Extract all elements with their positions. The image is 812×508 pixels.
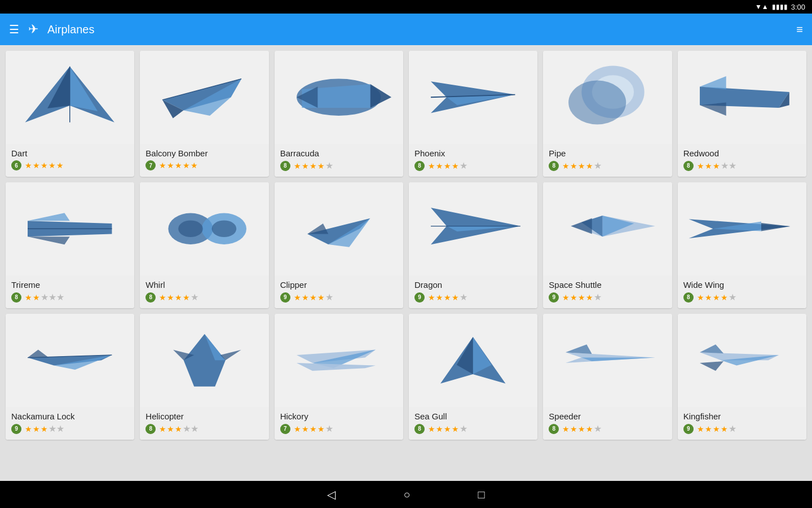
- airplane-grid: Dart 6 ★★★★★ Balcony Bomber 7 ★★★★★: [6, 51, 806, 440]
- card-info: Trireme 8 ★★★★★: [6, 275, 134, 308]
- airplane-card[interactable]: Whirl 8 ★★★★★: [140, 182, 268, 308]
- card-info: Clipper 9 ★★★★★: [275, 275, 403, 308]
- recent-button[interactable]: □: [478, 488, 485, 501]
- grid-container: Dart 6 ★★★★★ Balcony Bomber 7 ★★★★★: [0, 45, 812, 481]
- plane-image: [6, 182, 134, 275]
- card-meta: 8 ★★★★★: [683, 160, 801, 171]
- svg-marker-39: [571, 218, 592, 234]
- airplane-card[interactable]: Speeder 8 ★★★★★: [543, 314, 672, 440]
- star-rating: ★★★★★: [159, 160, 198, 170]
- step-count: 8: [414, 424, 425, 434]
- card-info: Pipe 8 ★★★★★: [543, 144, 672, 177]
- card-meta: 8 ★★★★★: [549, 423, 666, 434]
- plane-image: [6, 51, 134, 144]
- plane-name: Phoenix: [414, 148, 532, 158]
- plane-image: [409, 314, 537, 407]
- plane-image: [275, 51, 403, 144]
- plane-image: [140, 182, 268, 275]
- step-count: 8: [11, 292, 21, 303]
- filter-icon[interactable]: ≡: [796, 23, 803, 36]
- home-button[interactable]: ○: [403, 488, 410, 501]
- step-count: 9: [414, 292, 425, 303]
- card-info: Space Shuttle 9 ★★★★★: [543, 275, 672, 308]
- plane-name: Helicopter: [145, 411, 263, 421]
- card-meta: 8 ★★★★★: [11, 292, 129, 303]
- step-count: 7: [145, 160, 156, 170]
- airplane-card[interactable]: Barracuda 8 ★★★★★: [275, 51, 403, 177]
- step-count: 8: [414, 161, 425, 171]
- star-rating: ★★★★★: [562, 160, 602, 171]
- star-rating: ★★★★★: [562, 423, 602, 434]
- card-meta: 7 ★★★★★: [145, 160, 263, 170]
- star-rating: ★★★★★: [697, 423, 736, 434]
- plane-name: Sea Gull: [414, 411, 532, 421]
- plane-image: [678, 182, 806, 275]
- card-info: Barracuda 8 ★★★★★: [275, 144, 403, 177]
- airplane-card[interactable]: Nackamura Lock 9 ★★★★★: [6, 314, 134, 440]
- star-rating: ★★★★★: [159, 423, 198, 434]
- airplane-card[interactable]: Wide Wing 8 ★★★★★: [678, 182, 806, 308]
- svg-marker-23: [28, 213, 70, 221]
- star-rating: ★★★★★: [428, 292, 467, 303]
- plane-image: [140, 51, 268, 144]
- airplane-card[interactable]: Helicopter 8 ★★★★★: [140, 314, 268, 440]
- star-rating: ★★★★★: [25, 292, 64, 303]
- step-count: 8: [145, 424, 156, 434]
- airplane-card[interactable]: Kingfisher 9 ★★★★★: [678, 314, 806, 440]
- step-count: 8: [549, 161, 559, 171]
- step-count: 8: [280, 161, 290, 171]
- card-meta: 9 ★★★★★: [280, 292, 398, 303]
- card-info: Hickory 7 ★★★★★: [275, 407, 403, 440]
- star-rating: ★★★★★: [25, 423, 64, 434]
- plane-image: [409, 182, 537, 275]
- plane-name: Pipe: [549, 148, 666, 158]
- svg-point-28: [178, 221, 203, 238]
- plane-name: Dart: [11, 148, 129, 158]
- star-rating: ★★★★★: [159, 292, 198, 303]
- star-rating: ★★★★★: [697, 160, 736, 171]
- svg-point-29: [211, 221, 236, 238]
- airplane-card[interactable]: Space Shuttle 9 ★★★★★: [543, 182, 672, 308]
- card-meta: 9 ★★★★★: [414, 292, 532, 303]
- card-info: Kingfisher 9 ★★★★★: [678, 407, 806, 440]
- back-button[interactable]: ◁: [327, 488, 336, 501]
- step-count: 8: [683, 161, 694, 171]
- card-info: Balcony Bomber 7 ★★★★★: [140, 144, 268, 176]
- card-info: Whirl 8 ★★★★★: [140, 275, 268, 308]
- step-count: 6: [11, 160, 21, 170]
- card-info: Sea Gull 8 ★★★★★: [409, 407, 537, 440]
- step-count: 8: [145, 292, 156, 303]
- nav-bar: ◁ ○ □: [0, 481, 812, 508]
- star-rating: ★★★★★: [294, 160, 333, 171]
- card-meta: 7 ★★★★★: [280, 423, 398, 434]
- star-rating: ★★★★★: [428, 423, 467, 434]
- star-rating: ★★★★★: [294, 292, 333, 303]
- card-info: Wide Wing 8 ★★★★★: [678, 275, 806, 308]
- airplane-card[interactable]: Dart 6 ★★★★★: [6, 51, 134, 177]
- svg-point-17: [568, 81, 626, 125]
- airplane-card[interactable]: Redwood 8 ★★★★★: [678, 51, 806, 177]
- plane-name: Clipper: [280, 280, 398, 290]
- card-meta: 9 ★★★★★: [683, 423, 801, 434]
- card-meta: 8 ★★★★★: [145, 292, 263, 303]
- plane-image: [678, 314, 806, 407]
- star-rating: ★★★★★: [562, 292, 602, 303]
- plane-name: Trireme: [11, 280, 129, 290]
- airplane-card[interactable]: Phoenix 8 ★★★★★: [409, 51, 537, 177]
- airplane-card[interactable]: Balcony Bomber 7 ★★★★★: [140, 51, 268, 177]
- airplane-card[interactable]: Trireme 8 ★★★★★: [6, 182, 134, 308]
- svg-marker-10: [370, 84, 391, 108]
- airplane-card[interactable]: Dragon 9 ★★★★★: [409, 182, 537, 308]
- plane-image: [140, 314, 268, 407]
- airplane-card[interactable]: Clipper 9 ★★★★★: [275, 182, 403, 308]
- card-info: Dragon 9 ★★★★★: [409, 275, 537, 308]
- card-info: Dart 6 ★★★★★: [6, 144, 134, 176]
- airplane-card[interactable]: Hickory 7 ★★★★★: [275, 314, 403, 440]
- star-rating: ★★★★★: [697, 292, 736, 303]
- card-info: Speeder 8 ★★★★★: [543, 407, 672, 440]
- menu-icon[interactable]: ☰: [9, 23, 19, 36]
- card-info: Nackamura Lock 9 ★★★★★: [6, 407, 134, 440]
- airplane-card[interactable]: Pipe 8 ★★★★★: [543, 51, 672, 177]
- airplane-card[interactable]: Sea Gull 8 ★★★★★: [409, 314, 537, 440]
- plane-name: Hickory: [280, 411, 398, 421]
